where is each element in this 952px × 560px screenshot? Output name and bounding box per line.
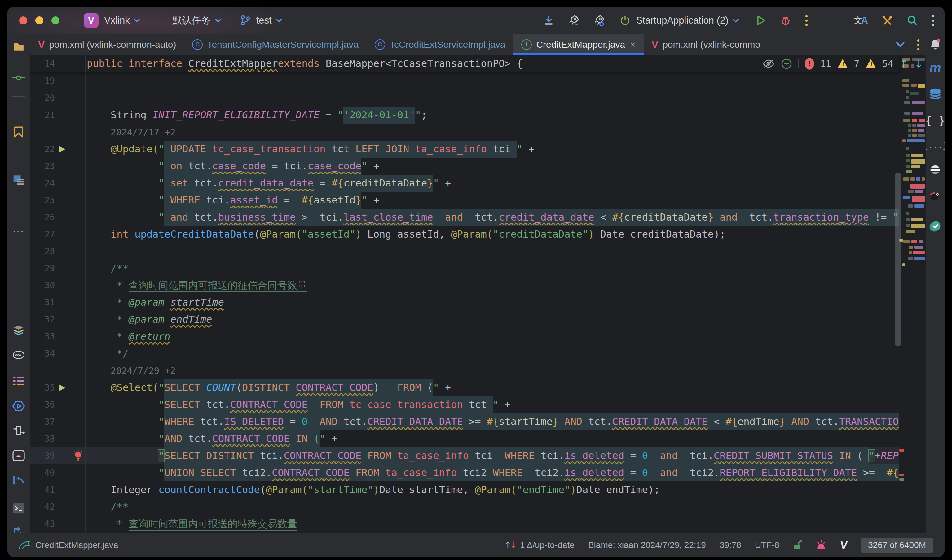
editor-scrollbar[interactable] bbox=[895, 173, 901, 346]
code-line[interactable]: 28 bbox=[30, 243, 899, 260]
todo-icon[interactable] bbox=[12, 375, 25, 387]
task-selector[interactable]: 默认任务 bbox=[173, 14, 211, 27]
line-content[interactable]: "WHERE tct.IS_DELETED = 0 AND tct.CREDIT… bbox=[85, 413, 899, 430]
notifications-bell-icon[interactable] bbox=[929, 38, 941, 51]
line-content[interactable]: * 查询时间范围内可报送的征信合同号数量 bbox=[85, 277, 899, 294]
tab-pom-vxlink-common-auto[interactable]: V pom.xml (vxlink-common-auto) bbox=[30, 34, 184, 55]
line-content[interactable]: " and tct.business_time > tci.last_close… bbox=[85, 209, 899, 226]
inspections-widget[interactable]: ! 11 7 54 ↑ ↓ bbox=[762, 55, 923, 73]
code-line[interactable]: 34 */ bbox=[30, 345, 899, 362]
run-sql-play-icon[interactable] bbox=[59, 146, 65, 153]
tab-overflow-chevron-icon[interactable] bbox=[896, 42, 905, 48]
line-content[interactable]: */ bbox=[85, 345, 899, 362]
code-line[interactable]: 39 "SELECT DISTINCT tci.CONTRACT_CODE FR… bbox=[30, 447, 899, 464]
code-line[interactable]: 42 /** bbox=[30, 498, 899, 515]
maven-tool-icon[interactable]: m bbox=[929, 62, 941, 74]
code-editor[interactable]: 14public interface CreditExtMapperextend… bbox=[30, 55, 926, 533]
alarm-lamp-icon[interactable] bbox=[816, 540, 827, 551]
code-line[interactable]: 29 /** bbox=[30, 260, 899, 277]
line-content[interactable] bbox=[85, 243, 899, 260]
line-content[interactable]: " WHERE tci.asset_id = #{assetId}" + bbox=[85, 192, 899, 209]
memory-indicator[interactable]: 3267 of 6400M bbox=[861, 538, 933, 552]
code-line[interactable]: 27 int updateCreditDataDate(@Param("asse… bbox=[30, 226, 899, 243]
line-content[interactable]: "AND tct.CONTRACT_CODE IN (" + bbox=[85, 430, 899, 447]
line-content[interactable]: /** bbox=[85, 260, 899, 277]
weak-warning-count[interactable]: 54 bbox=[882, 59, 893, 69]
blame-line[interactable]: 2024/7/17 +2 bbox=[30, 123, 899, 140]
project-selector[interactable]: Vxlink bbox=[104, 15, 130, 26]
endpoints-icon[interactable] bbox=[12, 425, 25, 437]
code-line[interactable]: 24 " set tct.credit_data_date = #{credit… bbox=[30, 175, 899, 192]
chevron-down-icon[interactable] bbox=[275, 18, 282, 23]
tab-tenant-config-master-service-impl[interactable]: C TenantConfigMasterServiceImpl.java bbox=[184, 34, 366, 55]
code-line[interactable]: 19 bbox=[30, 73, 899, 89]
run-button[interactable] bbox=[756, 15, 767, 26]
code-line[interactable]: 35 @Select("SELECT COUNT(DISTINCT CONTRA… bbox=[30, 379, 899, 396]
minimap[interactable] bbox=[899, 55, 926, 533]
tab-pom-vxlink-common[interactable]: V pom.xml (vxlink-commo bbox=[644, 34, 768, 55]
project-folder-icon[interactable] bbox=[12, 40, 25, 53]
services-layers-icon[interactable] bbox=[12, 324, 25, 336]
vcs-sync-status[interactable]: ↑↓ 1 Δ/up-to-date bbox=[504, 540, 575, 550]
next-problem-arrow-icon[interactable]: ↓ bbox=[915, 58, 924, 70]
problems-icon[interactable] bbox=[12, 349, 25, 361]
structure-braces-icon[interactable]: { } bbox=[929, 114, 941, 127]
line-content[interactable]: @Update(" UPDATE tc_case_transaction tct… bbox=[85, 140, 899, 158]
line-content[interactable]: String INIT_REPORT_ELIGIBILITY_DATE = "'… bbox=[85, 106, 899, 123]
search-icon[interactable] bbox=[906, 15, 918, 26]
code-line[interactable]: 38 "AND tct.CONTRACT_CODE IN (" + bbox=[30, 430, 899, 447]
run-configuration-selector[interactable]: StartupApplication (2) bbox=[620, 15, 739, 26]
line-content[interactable]: int updateCreditDataDate(@Param("assetId… bbox=[85, 226, 899, 243]
code-line[interactable]: 43 * 查询时间范围内可报送的特殊交易数量 bbox=[30, 515, 899, 532]
line-content[interactable]: " set tct.credit_data_date = #{creditDat… bbox=[85, 175, 899, 192]
snippets-braces-icon[interactable]: {...} bbox=[929, 139, 941, 151]
chevron-down-icon[interactable] bbox=[215, 18, 222, 23]
debug-button[interactable] bbox=[779, 14, 792, 27]
code-line[interactable]: 30 * 查询时间范围内可报送的征信合同号数量 bbox=[30, 277, 899, 294]
caret-position[interactable]: 39:78 bbox=[720, 540, 741, 550]
line-content[interactable]: "UNION SELECT tci2.CONTRACT_CODE FROM ta… bbox=[85, 464, 899, 481]
hide-highlights-eye-icon[interactable] bbox=[762, 59, 775, 69]
code-line[interactable]: 33 * @return bbox=[30, 328, 899, 345]
fullscreen-window-button[interactable] bbox=[51, 16, 60, 25]
inline-blame[interactable]: 2024/7/29 +2 bbox=[87, 366, 176, 376]
blame-widget[interactable]: Blame: xiaan 2024/7/29, 22:19 bbox=[588, 540, 706, 550]
line-content[interactable]: @Select("SELECT COUNT(DISTINCT CONTRACT_… bbox=[85, 379, 899, 396]
more-tool-windows-icon[interactable]: … bbox=[12, 222, 25, 234]
rollback-icon[interactable] bbox=[12, 474, 25, 487]
file-encoding[interactable]: UTF-8 bbox=[755, 540, 779, 550]
line-content[interactable]: Integer countContractCode(@Param("startT… bbox=[85, 481, 899, 498]
elastic-tool-icon[interactable] bbox=[929, 164, 941, 176]
branch-selector[interactable]: test bbox=[256, 15, 272, 26]
bird-plugin-icon[interactable] bbox=[929, 189, 941, 202]
line-content[interactable]: * @return bbox=[85, 328, 899, 345]
code-line[interactable]: 40 "UNION SELECT tci2.CONTRACT_CODE FROM… bbox=[30, 464, 899, 481]
code-line[interactable]: 32 * @param endTime bbox=[30, 311, 899, 328]
inline-blame[interactable]: 2024/7/17 +2 bbox=[87, 127, 176, 137]
close-icon[interactable]: × bbox=[630, 39, 635, 50]
line-content[interactable]: 2024/7/29 +2 bbox=[85, 362, 899, 379]
code-line[interactable]: 26 " and tct.business_time > tci.last_cl… bbox=[30, 209, 899, 226]
translate-icon[interactable]: 文A bbox=[854, 15, 868, 26]
status-breadcrumb-file[interactable]: CreditExtMapper.java bbox=[36, 540, 118, 550]
code-line[interactable]: 20 bbox=[30, 89, 899, 106]
run-with-coverage-rocket-icon[interactable] bbox=[593, 14, 605, 27]
line-content[interactable]: * 查询时间范围内可报送的特殊交易数量 bbox=[85, 515, 899, 532]
line-content[interactable]: "SELECT tct.CONTRACT_CODE FROM tc_case_t… bbox=[85, 396, 899, 413]
line-content[interactable]: * @param startTime bbox=[85, 294, 899, 311]
line-content[interactable]: "SELECT DISTINCT tci.CONTRACT_CODE FROM … bbox=[85, 447, 899, 464]
commit-icon[interactable] bbox=[12, 71, 25, 84]
previous-problem-arrow-icon[interactable]: ↑ bbox=[899, 58, 908, 70]
window-options-kebab-icon[interactable] bbox=[932, 15, 934, 26]
code-line[interactable]: 25 " WHERE tci.asset_id = #{assetId}" + bbox=[30, 192, 899, 209]
close-window-button[interactable] bbox=[19, 16, 27, 25]
database-tool-icon[interactable] bbox=[929, 88, 941, 100]
download-icon[interactable] bbox=[543, 14, 555, 27]
code-line[interactable]: 41 Integer countContractCode(@Param("sta… bbox=[30, 481, 899, 498]
line-content[interactable]: 2024/7/17 +2 bbox=[85, 123, 899, 140]
code-line[interactable]: 36 "SELECT tct.CONTRACT_CODE FROM tc_cas… bbox=[30, 396, 899, 413]
line-content[interactable]: * @param endTime bbox=[85, 311, 899, 328]
build-icon[interactable] bbox=[12, 449, 25, 462]
minimize-window-button[interactable] bbox=[36, 16, 43, 25]
profiler-rocket-icon[interactable] bbox=[567, 14, 580, 27]
